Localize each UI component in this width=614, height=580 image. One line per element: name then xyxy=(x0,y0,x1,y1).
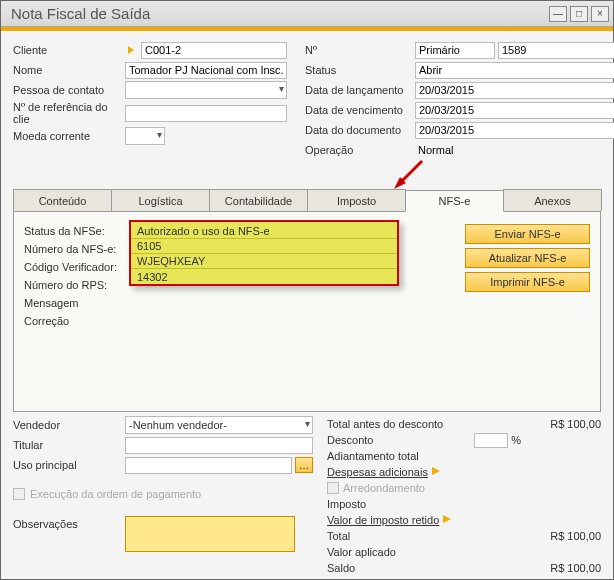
ref-input[interactable] xyxy=(125,105,287,122)
imprimir-nfse-button[interactable]: Imprimir NFS-e xyxy=(465,272,590,292)
desconto-label: Desconto xyxy=(327,434,474,446)
ref-label: Nº de referência do clie xyxy=(13,101,125,125)
uso-input[interactable] xyxy=(125,457,292,474)
total-antes-value: R$ 100,00 xyxy=(521,418,601,430)
numero-label: Nº xyxy=(305,44,415,56)
arred-checkbox[interactable] xyxy=(327,482,339,494)
vendedor-select[interactable]: -Nenhum vendedor- xyxy=(125,416,313,434)
retido-label: Valor de imposto retido xyxy=(327,514,521,526)
nfse-status-label: Status da NFSe: xyxy=(24,225,132,237)
total-value: R$ 100,00 xyxy=(521,530,601,542)
pessoa-select[interactable] xyxy=(125,81,287,99)
imposto-label: Imposto xyxy=(327,498,521,510)
numero-tipo-input[interactable] xyxy=(415,42,495,59)
close-button[interactable]: × xyxy=(591,6,609,22)
exec-label: Execução da ordem de pagamento xyxy=(30,488,201,500)
status-label: Status xyxy=(305,64,415,76)
tab-panel-nfse: Status da NFSe: Número da NFS-e: Código … xyxy=(13,212,601,412)
moeda-label: Moeda corrente xyxy=(13,130,125,142)
titular-input[interactable] xyxy=(125,437,313,454)
desconto-pct-input[interactable] xyxy=(474,433,508,448)
status-input[interactable] xyxy=(415,62,614,79)
arred-label: Arredondamento xyxy=(343,482,425,494)
tab-contabilidade[interactable]: Contabilidade xyxy=(209,189,308,211)
svg-line-0 xyxy=(400,161,422,183)
exec-checkbox[interactable] xyxy=(13,488,25,500)
maximize-button[interactable]: □ xyxy=(570,6,588,22)
total-antes-label: Total antes do desconto xyxy=(327,418,521,430)
uso-browse-button[interactable]: … xyxy=(295,457,313,473)
vendedor-label: Vendedor xyxy=(13,419,125,431)
pessoa-label: Pessoa de contato xyxy=(13,84,125,96)
vencimento-label: Data de vencimento xyxy=(305,104,415,116)
pct-symbol: % xyxy=(511,434,521,446)
atualizar-nfse-button[interactable]: Atualizar NFS-e xyxy=(465,248,590,268)
vencimento-input[interactable] xyxy=(415,102,614,119)
tab-bar: Conteúdo Logística Contabilidade Imposto… xyxy=(13,189,601,212)
nome-label: Nome xyxy=(13,64,125,76)
nfse-cod-label: Código Verificador: xyxy=(24,261,132,273)
nfse-numero-value: 6105 xyxy=(131,239,397,254)
titular-label: Titular xyxy=(13,439,125,451)
tab-anexos[interactable]: Anexos xyxy=(503,189,602,211)
enviar-nfse-button[interactable]: Enviar NFS-e xyxy=(465,224,590,244)
link-arrow-icon[interactable] xyxy=(442,514,454,524)
nfse-highlight-box: Autorizado o uso da NFS-e 6105 WJEQHXEAY… xyxy=(129,220,399,286)
despesas-label: Despesas adicionais xyxy=(327,466,521,478)
nfse-rps-label: Número do RPS: xyxy=(24,279,132,291)
obs-textarea[interactable] xyxy=(125,516,295,552)
nfse-cod-value: WJEQHXEAY xyxy=(131,254,397,269)
numero-input[interactable] xyxy=(498,42,614,59)
minimize-button[interactable]: — xyxy=(549,6,567,22)
saldo-value: R$ 100,00 xyxy=(521,562,601,574)
lancamento-input[interactable] xyxy=(415,82,614,99)
nfse-cor-label: Correção xyxy=(24,315,132,327)
nfse-rps-value: 14302 xyxy=(131,269,397,284)
nfse-msg-label: Mensagem xyxy=(24,297,132,309)
nfse-status-value: Autorizado o uso da NFS-e xyxy=(131,224,397,239)
documento-input[interactable] xyxy=(415,122,614,139)
tab-nfse[interactable]: NFS-e xyxy=(405,190,504,212)
operacao-label: Operação xyxy=(305,144,415,156)
nome-input[interactable] xyxy=(125,62,287,79)
saldo-label: Saldo xyxy=(327,562,521,574)
nfse-numero-label: Número da NFS-e: xyxy=(24,243,132,255)
tab-conteudo[interactable]: Conteúdo xyxy=(13,189,112,211)
cliente-input[interactable] xyxy=(141,42,287,59)
moeda-select[interactable] xyxy=(125,127,165,145)
documento-label: Data do documento xyxy=(305,124,415,136)
link-arrow-icon[interactable] xyxy=(431,466,443,476)
tab-logistica[interactable]: Logística xyxy=(111,189,210,211)
link-arrow-icon[interactable] xyxy=(125,43,139,57)
lancamento-label: Data de lançamento xyxy=(305,84,415,96)
operacao-value xyxy=(415,142,614,159)
obs-label: Observações xyxy=(13,516,125,552)
uso-label: Uso principal xyxy=(13,459,125,471)
total-label: Total xyxy=(327,530,521,542)
window-title: Nota Fiscal de Saída xyxy=(11,5,549,22)
adiantamento-label: Adiantamento total xyxy=(327,450,521,462)
cliente-label: Cliente xyxy=(13,44,125,56)
aplicado-label: Valor aplicado xyxy=(327,546,521,558)
